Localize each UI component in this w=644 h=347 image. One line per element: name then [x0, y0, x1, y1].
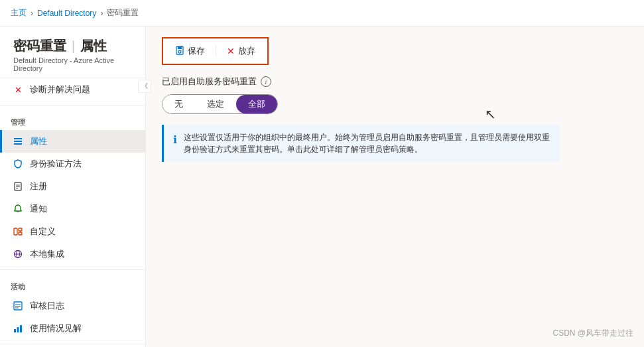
svg-rect-9 [19, 228, 22, 231]
breadcrumb-home[interactable]: 主页 [11, 7, 27, 19]
page-title-text: 密码重置 [13, 37, 66, 55]
save-button[interactable]: 保存 [170, 42, 210, 60]
sspr-label: 已启用自助服务密码重置 i [162, 76, 628, 88]
sidebar-item-auth-methods[interactable]: 身份验证方法 [0, 153, 145, 175]
page-subtitle: Default Directory - Azure Active Directo… [13, 56, 132, 72]
sidebar-divider-3 [0, 344, 145, 344]
sidebar-section-manage: 管理 [0, 109, 145, 130]
toggle-none[interactable]: 无 [162, 95, 195, 113]
svg-rect-10 [19, 232, 22, 235]
local-icon [13, 249, 23, 259]
sidebar-label-customize: 自定义 [30, 226, 56, 238]
sidebar-section-activity: 活动 [0, 274, 145, 295]
svg-rect-1 [14, 141, 22, 142]
sspr-toggle-group: 无 选定 全部 [162, 94, 278, 114]
discard-label: 放弃 [238, 45, 255, 57]
svg-rect-2 [14, 143, 22, 145]
close-icon: ✕ [227, 46, 235, 56]
breadcrumb: 主页 › Default Directory › 密码重置 [11, 7, 139, 19]
svg-rect-0 [14, 138, 22, 139]
breadcrumb-sep-1: › [31, 9, 33, 18]
toggle-all[interactable]: 全部 [236, 95, 277, 113]
sidebar-label-notify: 通知 [30, 203, 47, 215]
svg-rect-20 [20, 325, 22, 332]
info-box-icon: ℹ [173, 132, 177, 155]
shield-icon [13, 159, 23, 169]
wrench-icon: ✕ [13, 84, 23, 95]
sidebar-item-properties[interactable]: 属性 [0, 130, 145, 153]
bell-icon [13, 204, 23, 214]
sidebar-divider-2 [0, 269, 145, 270]
svg-rect-18 [14, 329, 16, 332]
register-icon [13, 181, 23, 192]
sidebar-label-audit: 审核日志 [30, 300, 64, 312]
sidebar-item-diagnose[interactable]: ✕ 诊断并解决问题 [0, 78, 145, 101]
action-bar: 保存 ✕ 放弃 [162, 37, 269, 65]
sidebar-label-properties: 属性 [30, 135, 47, 147]
info-box-text: 这些设置仅适用于你的组织中的最终用户。始终为管理员启用自助服务密码重置，且管理员… [184, 131, 550, 155]
breadcrumb-directory[interactable]: Default Directory [37, 9, 96, 18]
page-title: 密码重置 | 属性 [13, 37, 132, 55]
sidebar-label-local: 本地集成 [30, 248, 64, 260]
page-title-sep: | [72, 38, 75, 54]
sidebar-item-notify[interactable]: 通知 [0, 198, 145, 220]
sidebar-item-register[interactable]: 注册 [0, 175, 145, 198]
main-content: 保存 ✕ 放弃 已启用自助服务密码重置 i 无 选定 全部 ℹ 这些设置仅适用于… [146, 27, 644, 347]
usage-icon [13, 323, 23, 334]
sidebar-item-audit[interactable]: 审核日志 [0, 295, 145, 317]
svg-point-24 [178, 50, 181, 53]
sidebar-item-customize[interactable]: 自定义 [0, 220, 145, 243]
audit-icon [13, 301, 23, 311]
sspr-label-text: 已启用自助服务密码重置 [162, 76, 257, 88]
sidebar-label-register: 注册 [30, 180, 47, 192]
page-subtitle-text: 属性 [80, 37, 107, 55]
watermark: CSDN @风车带走过往 [552, 328, 633, 339]
custom-icon [13, 226, 23, 237]
breadcrumb-sep-2: › [100, 9, 103, 18]
svg-rect-8 [14, 228, 17, 235]
svg-rect-23 [178, 46, 182, 49]
sidebar-collapse-button[interactable]: 《 [138, 80, 151, 93]
save-icon [175, 46, 184, 57]
sspr-info-icon[interactable]: i [261, 76, 271, 87]
breadcrumb-current: 密码重置 [107, 7, 139, 19]
toggle-selected[interactable]: 选定 [195, 95, 236, 113]
page-header: 密码重置 | 属性 Default Directory - Azure Acti… [0, 27, 145, 78]
sidebar-divider-1 [0, 105, 145, 105]
info-box: ℹ 这些设置仅适用于你的组织中的最终用户。始终为管理员启用自助服务密码重置，且管… [162, 125, 560, 162]
sidebar-label-diagnose: 诊断并解决问题 [30, 84, 90, 96]
sidebar-item-local-int[interactable]: 本地集成 [0, 243, 145, 265]
list-icon [13, 136, 23, 147]
sidebar: 密码重置 | 属性 Default Directory - Azure Acti… [0, 27, 146, 347]
sidebar-item-usage[interactable]: 使用情况见解 [0, 317, 145, 340]
sidebar-label-auth: 身份验证方法 [30, 158, 82, 170]
sidebar-label-usage: 使用情况见解 [30, 322, 82, 334]
svg-rect-19 [17, 327, 19, 332]
btn-separator [216, 46, 216, 56]
save-label: 保存 [188, 45, 205, 57]
discard-button[interactable]: ✕ 放弃 [222, 42, 261, 60]
